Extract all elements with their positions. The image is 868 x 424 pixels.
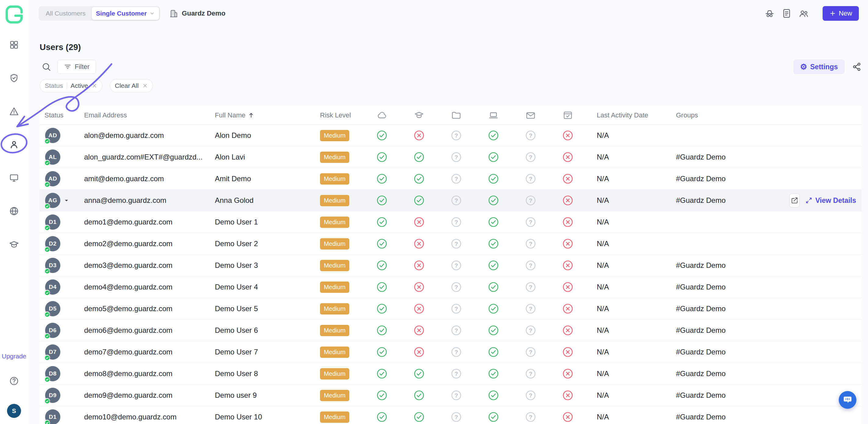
groups-cell: #Guardz Demo	[668, 326, 789, 335]
table-row[interactable]: AL alon_guardz.com#EXT#@guardzd... Alon …	[40, 146, 862, 168]
email-security-status-icon: ?	[512, 216, 549, 228]
header-full-name[interactable]: Full Name	[215, 111, 320, 119]
cloud-status-icon	[363, 260, 401, 271]
cloud-status-icon	[363, 303, 401, 314]
active-status-badge-icon	[44, 398, 50, 404]
search-button[interactable]	[40, 60, 53, 74]
reports-icon[interactable]	[781, 8, 792, 19]
customer-selector[interactable]: Guardz Demo	[169, 9, 225, 18]
sort-asc-icon	[248, 112, 254, 119]
table-row[interactable]: D1 demo10@demo.guardz.com Demo User 10 M…	[40, 406, 862, 424]
table-row[interactable]: D5 demo5@demo.guardz.com Demo User 5 Med…	[40, 298, 862, 320]
training-status-icon	[401, 390, 438, 401]
risk-level-cell: Medium	[320, 173, 363, 185]
training-column-icon[interactable]	[401, 110, 438, 120]
email-security-status-icon: ?	[512, 390, 549, 401]
email-cell: demo3@demo.guardz.com	[84, 261, 215, 270]
users-nav-icon[interactable]	[9, 139, 19, 150]
risk-badge: Medium	[320, 173, 349, 185]
filter-button[interactable]: Filter	[57, 60, 96, 74]
header-email[interactable]: Email Address	[84, 111, 215, 119]
files-column-icon[interactable]	[438, 110, 475, 120]
table-row[interactable]: D4 demo4@demo.guardz.com Demo User 4 Med…	[40, 276, 862, 298]
devices-status-icon	[475, 411, 512, 423]
devices-status-icon	[475, 195, 512, 206]
header-status[interactable]: Status	[40, 111, 84, 119]
browsing-column-icon[interactable]	[549, 110, 586, 120]
external-link-icon	[790, 196, 799, 204]
files-status-icon: ?	[438, 260, 475, 271]
new-button[interactable]: New	[823, 6, 859, 21]
upgrade-link[interactable]: Upgrade	[2, 352, 27, 360]
header-groups[interactable]: Groups	[668, 111, 789, 119]
active-status-badge-icon	[44, 311, 50, 317]
browsing-status-icon	[549, 303, 586, 314]
header-risk-level[interactable]: Risk Level	[320, 111, 363, 119]
status-filter-chip[interactable]: Status Active	[40, 79, 102, 92]
cloud-column-icon[interactable]	[363, 110, 401, 120]
table-row[interactable]: D6 demo6@demo.guardz.com Demo User 6 Med…	[40, 320, 862, 341]
incognito-icon[interactable]	[764, 8, 775, 19]
training-nav-icon[interactable]	[9, 239, 19, 250]
files-status-icon: ?	[438, 195, 475, 206]
share-button[interactable]	[852, 62, 862, 72]
browsing-status-icon	[549, 238, 586, 250]
risk-level-cell: Medium	[320, 151, 363, 163]
full-name-cell: Demo User 6	[215, 326, 320, 335]
table-row[interactable]: AD amit@demo.guardz.com Amit Demo Medium…	[40, 168, 862, 190]
table-row[interactable]: D8 demo8@demo.guardz.com Demo User 8 Med…	[40, 363, 862, 385]
row-expand-chevron-icon[interactable]	[63, 197, 70, 204]
account-avatar[interactable]: S	[7, 404, 21, 418]
devices-column-icon[interactable]	[475, 110, 512, 120]
single-customer-tab[interactable]: Single Customer	[92, 7, 159, 20]
view-details-link[interactable]: View Details	[805, 196, 856, 205]
all-customers-tab[interactable]: All Customers	[40, 7, 92, 20]
svg-text:?: ?	[455, 197, 458, 204]
table-row[interactable]: D3 demo3@demo.guardz.com Demo User 3 Med…	[40, 255, 862, 276]
last-activity-cell: N/A	[586, 174, 668, 183]
header-last-activity[interactable]: Last Activity Date	[586, 111, 668, 119]
email-security-status-icon: ?	[512, 238, 549, 250]
email-cell: alon_guardz.com#EXT#@guardzd...	[84, 153, 215, 161]
table-row[interactable]: D2 demo2@demo.guardz.com Demo User 2 Med…	[40, 233, 862, 255]
email-security-status-icon: ?	[512, 346, 549, 358]
files-status-icon: ?	[438, 324, 475, 336]
training-status-icon	[401, 281, 438, 293]
avatar-initials: AD	[49, 132, 57, 139]
table-row[interactable]: D1 demo1@demo.guardz.com Demo User 1 Med…	[40, 211, 862, 233]
security-shield-icon[interactable]	[9, 73, 19, 83]
chat-launcher-button[interactable]	[839, 391, 857, 409]
risk-level-cell: Medium	[320, 282, 363, 293]
settings-button[interactable]: ⚙ Settings	[793, 59, 844, 74]
files-status-icon: ?	[438, 238, 475, 250]
guardz-logo-icon[interactable]	[4, 5, 24, 24]
help-icon[interactable]	[9, 376, 19, 386]
full-name-cell: Alon Lavi	[215, 153, 320, 161]
open-in-new-button[interactable]	[789, 193, 800, 207]
last-activity-cell: N/A	[586, 153, 668, 161]
svg-text:?: ?	[455, 241, 458, 247]
browsing-status-icon	[549, 260, 586, 271]
status-cell: AL	[40, 149, 84, 165]
groups-cell: #Guardz Demo	[668, 391, 789, 400]
table-row[interactable]: AG anna@demo.guardz.com Anna Golod Mediu…	[40, 190, 862, 211]
table-body: AD alon@demo.guardz.com Alon Demo Medium…	[40, 125, 862, 424]
svg-text:?: ?	[529, 306, 532, 312]
clear-all-icon[interactable]	[142, 83, 148, 88]
email-security-column-icon[interactable]	[512, 110, 549, 120]
clear-all-chip[interactable]: Clear All	[110, 79, 153, 92]
team-icon[interactable]	[798, 8, 809, 19]
table-row[interactable]: D7 demo7@demo.guardz.com Demo User 7 Med…	[40, 341, 862, 363]
devices-nav-icon[interactable]	[9, 173, 19, 183]
table-row[interactable]: D9 demo9@demo.guardz.com Demo user 9 Med…	[40, 385, 862, 406]
active-status-badge-icon	[44, 225, 50, 231]
web-nav-icon[interactable]	[9, 206, 19, 216]
svg-text:?: ?	[455, 371, 458, 377]
alerts-icon[interactable]	[9, 106, 19, 116]
risk-level-cell: Medium	[320, 130, 363, 141]
cloud-status-icon	[363, 151, 401, 163]
dashboard-icon[interactable]	[9, 40, 19, 50]
sidebar-bottom: Upgrade S	[2, 352, 27, 418]
table-row[interactable]: AD alon@demo.guardz.com Alon Demo Medium…	[40, 125, 862, 146]
remove-filter-icon[interactable]	[92, 83, 97, 88]
